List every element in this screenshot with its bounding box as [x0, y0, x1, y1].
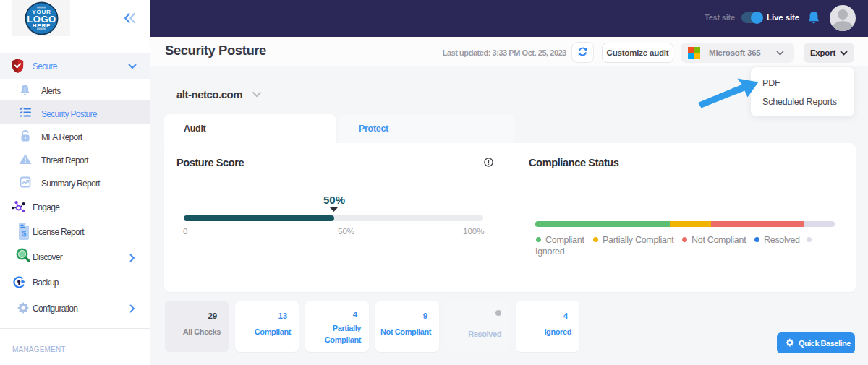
- svg-text:$: $: [22, 229, 26, 238]
- svg-text:HERE: HERE: [33, 22, 51, 29]
